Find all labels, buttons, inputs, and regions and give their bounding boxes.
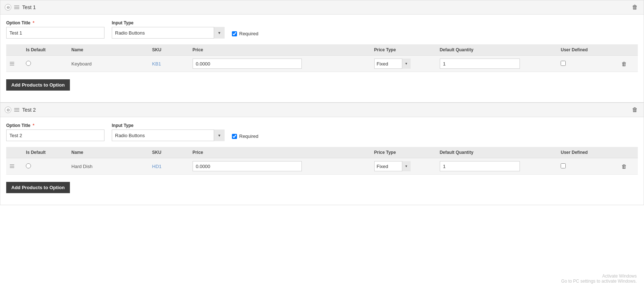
th-sku-1: SKU: [149, 44, 189, 56]
option-header-2: ⊖ Test 2 🗑: [0, 103, 644, 117]
input-type-label-2: Input Type: [112, 123, 225, 128]
row-delete-cell: 🗑: [618, 56, 638, 72]
row-is-default-radio-1-1[interactable]: [26, 61, 31, 66]
option-title-group-2: Option Title *: [6, 123, 104, 141]
option-title-input-2[interactable]: [6, 129, 104, 141]
row-is-default-radio-2-1[interactable]: [26, 163, 31, 168]
input-type-group-1: Input Type Radio ButtonsDrop-downCheckbo…: [112, 20, 225, 39]
row-price-cell: [189, 158, 371, 175]
row-is-default-cell: [22, 56, 68, 72]
price-type-wrapper-1-1: Fixed Percent ▼: [374, 59, 411, 69]
row-drag-handle-2-1[interactable]: [10, 164, 19, 168]
option-title-label-1: Test 1: [22, 4, 36, 10]
row-qty-cell: [436, 56, 557, 72]
th-default-qty-2: Default Quantity: [436, 147, 557, 158]
input-type-group-2: Input Type Radio ButtonsDrop-downCheckbo…: [112, 123, 225, 141]
price-cell-inner-2-1: [193, 161, 367, 171]
delete-option-button-2[interactable]: 🗑: [631, 106, 639, 114]
row-user-defined-checkbox-1-1[interactable]: [561, 61, 566, 66]
row-user-defined-cell: [557, 158, 617, 175]
row-price-cell: [189, 56, 371, 72]
th-name-2: Name: [68, 147, 149, 158]
form-row-2: Option Title * Input Type Radio ButtonsD…: [6, 123, 638, 141]
th-name-1: Name: [68, 44, 149, 56]
row-name-cell: Keyboard: [68, 56, 149, 72]
row-price-type-cell: Fixed Percent ▼: [371, 56, 436, 72]
input-type-select-1[interactable]: Radio ButtonsDrop-downCheckboxMultiple S…: [112, 27, 225, 39]
row-name-cell: Hard Dish: [68, 158, 149, 175]
option-title-group-1: Option Title *: [6, 20, 104, 39]
row-sku-cell: HD1: [149, 158, 189, 175]
row-drag-cell: [6, 158, 22, 175]
products-table-2: Is Default Name SKU Price Price Type Def…: [6, 147, 638, 175]
add-products-button-2[interactable]: Add Products to Option: [6, 182, 70, 193]
input-type-select-wrapper-2: Radio ButtonsDrop-downCheckboxMultiple S…: [112, 129, 225, 141]
collapse-icon-1[interactable]: ⊖: [5, 4, 11, 11]
table-row: Hard Dish HD1: [6, 158, 638, 175]
required-checkbox-wrapper-2: Required: [232, 133, 258, 141]
th-user-defined-2: User Defined: [557, 147, 617, 158]
row-price-type-select-2-1[interactable]: Fixed Percent: [374, 161, 411, 171]
input-type-select-2[interactable]: Radio ButtonsDrop-downCheckboxMultiple S…: [112, 129, 225, 141]
row-drag-cell: [6, 56, 22, 72]
products-table-1: Is Default Name SKU Price Price Type Def…: [6, 44, 638, 72]
required-checkbox-2[interactable]: [232, 134, 237, 139]
option-block-1: ⊖ Test 1 🗑 Option Title * Input Type: [0, 0, 644, 103]
row-sku-link-2-1[interactable]: HD1: [152, 164, 162, 169]
th-price-type-1: Price Type: [371, 44, 436, 56]
option-body-2: Option Title * Input Type Radio ButtonsD…: [0, 117, 644, 205]
table-header-row-1: Is Default Name SKU Price Price Type Def…: [6, 44, 638, 56]
required-star-1: *: [33, 20, 35, 25]
th-drag-2: [6, 147, 22, 158]
row-qty-input-2-1[interactable]: [440, 161, 520, 171]
row-user-defined-checkbox-2-1[interactable]: [561, 163, 566, 168]
row-delete-button-1-1[interactable]: 🗑: [621, 61, 627, 67]
th-price-type-2: Price Type: [371, 147, 436, 158]
required-checkbox-wrapper-1: Required: [232, 31, 258, 39]
add-products-button-1[interactable]: Add Products to Option: [6, 79, 70, 91]
required-label-1: Required: [239, 31, 258, 36]
row-sku-link-1-1[interactable]: KB1: [152, 61, 161, 67]
row-price-type-cell: Fixed Percent ▼: [371, 158, 436, 175]
row-drag-handle-1-1[interactable]: [10, 62, 19, 65]
table-body-1: Keyboard KB1: [6, 56, 638, 72]
row-qty-input-1-1[interactable]: [440, 59, 520, 69]
row-price-input-1-1[interactable]: [193, 59, 302, 69]
required-star-2: *: [33, 123, 35, 128]
row-product-name-2-1: Hard Dish: [71, 164, 92, 169]
row-price-input-2-1[interactable]: [193, 161, 302, 171]
th-user-defined-1: User Defined: [557, 44, 617, 56]
th-drag-1: [6, 44, 22, 56]
delete-option-button-1[interactable]: 🗑: [631, 3, 639, 11]
row-delete-button-2-1[interactable]: 🗑: [621, 163, 627, 170]
table-row: Keyboard KB1: [6, 56, 638, 72]
th-is-default-2: Is Default: [22, 147, 68, 158]
th-delete-1: [618, 44, 638, 56]
required-checkbox-1[interactable]: [232, 31, 237, 36]
row-is-default-cell: [22, 158, 68, 175]
options-container: ⊖ Test 1 🗑 Option Title * Input Type: [0, 0, 644, 205]
option-title-field-label-1: Option Title *: [6, 20, 104, 25]
option-body-1: Option Title * Input Type Radio ButtonsD…: [0, 15, 644, 102]
input-type-label-1: Input Type: [112, 20, 225, 25]
page-wrapper: ⊖ Test 1 🗑 Option Title * Input Type: [0, 0, 644, 205]
option-title-field-label-2: Option Title *: [6, 123, 104, 128]
input-type-select-wrapper-1: Radio ButtonsDrop-downCheckboxMultiple S…: [112, 27, 225, 39]
drag-handle-2[interactable]: [14, 108, 19, 112]
row-sku-cell: KB1: [149, 56, 189, 72]
row-qty-cell: [436, 158, 557, 175]
row-user-defined-cell: [557, 56, 617, 72]
row-delete-cell: 🗑: [618, 158, 638, 175]
th-delete-2: [618, 147, 638, 158]
drag-handle-1[interactable]: [14, 5, 19, 9]
th-sku-2: SKU: [149, 147, 189, 158]
option-header-1: ⊖ Test 1 🗑: [0, 0, 644, 15]
th-price-2: Price: [189, 147, 371, 158]
option-title-input-1[interactable]: [6, 27, 104, 39]
row-price-type-select-1-1[interactable]: Fixed Percent: [374, 59, 411, 69]
required-label-2: Required: [239, 133, 258, 139]
option-title-label-2: Test 2: [22, 107, 36, 113]
th-is-default-1: Is Default: [22, 44, 68, 56]
th-default-qty-1: Default Quantity: [436, 44, 557, 56]
collapse-icon-2[interactable]: ⊖: [5, 107, 11, 113]
